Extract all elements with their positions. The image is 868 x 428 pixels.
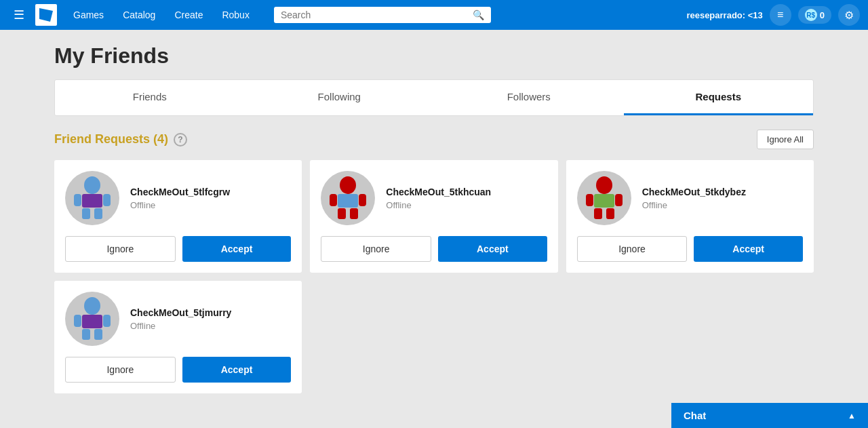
svg-rect-19 [82, 315, 102, 328]
ignore-button[interactable]: Ignore [321, 236, 431, 262]
page-title: My Friends [54, 43, 814, 69]
roblox-logo[interactable] [35, 4, 57, 26]
card-top: CheckMeOut_5tlfcgrw Offline [65, 171, 230, 225]
card-info: CheckMeOut_5tkhcuan Offline [386, 187, 491, 210]
svg-rect-3 [103, 194, 111, 206]
card-username: CheckMeOut_5tjmurry [130, 307, 231, 318]
svg-rect-15 [615, 194, 623, 206]
tab-following[interactable]: Following [245, 80, 435, 115]
svg-rect-10 [338, 208, 346, 219]
search-input[interactable] [281, 9, 473, 20]
svg-point-0 [84, 176, 100, 194]
tab-friends[interactable]: Friends [55, 80, 245, 115]
nav-catalog[interactable]: Catalog [115, 5, 163, 24]
ignore-button[interactable]: Ignore [65, 236, 176, 262]
card-buttons: Ignore Accept [65, 357, 291, 383]
svg-rect-20 [74, 315, 81, 327]
hamburger-icon[interactable]: ☰ [8, 5, 30, 25]
svg-point-6 [340, 176, 356, 194]
nav-links: Games Catalog Create Robux [65, 5, 258, 24]
friends-grid: CheckMeOut_5tlfcgrw Offline Ignore Accep… [54, 160, 814, 393]
navbar: ☰ Games Catalog Create Robux 🔍 reeseparr… [0, 0, 868, 30]
requests-title: Friend Requests (4) ? [54, 132, 187, 147]
card-buttons: Ignore Accept [577, 236, 803, 262]
friend-card: CheckMeOut_5tjmurry Offline Ignore Accep… [54, 281, 302, 393]
svg-rect-17 [606, 208, 614, 219]
robux-display[interactable]: R$ 0 [798, 6, 831, 24]
card-status: Offline [386, 200, 491, 210]
ignore-button[interactable]: Ignore [65, 357, 176, 383]
nav-right: reeseparrado: <13 ≡ R$ 0 ⚙ [686, 4, 860, 26]
username-display[interactable]: reeseparrado: <13 [686, 10, 762, 20]
requests-header: Friend Requests (4) ? Ignore All [54, 130, 814, 149]
friend-card: CheckMeOut_5tkhcuan Offline Ignore Accep… [310, 160, 557, 273]
chevron-up-icon: ▲ [848, 411, 856, 421]
nav-robux[interactable]: Robux [214, 5, 257, 24]
tab-followers[interactable]: Followers [434, 80, 624, 115]
svg-rect-8 [330, 194, 337, 206]
nav-create[interactable]: Create [166, 5, 211, 24]
ignore-button[interactable]: Ignore [577, 236, 688, 262]
accept-button[interactable]: Accept [182, 357, 292, 383]
svg-rect-7 [338, 194, 358, 208]
settings-icon[interactable]: ⚙ [838, 4, 860, 26]
friend-card: CheckMeOut_5tlfcgrw Offline Ignore Accep… [54, 160, 302, 273]
chat-label: Chat [684, 410, 706, 421]
robux-count: 0 [820, 10, 825, 20]
main-content: My Friends Friends Following Followers R… [0, 30, 868, 428]
avatar [321, 171, 375, 225]
svg-rect-5 [94, 208, 102, 219]
avatar [65, 171, 119, 225]
svg-rect-2 [74, 194, 81, 206]
svg-rect-11 [350, 208, 358, 219]
card-info: CheckMeOut_5tlfcgrw Offline [130, 187, 230, 210]
search-icon: 🔍 [473, 9, 484, 20]
tabs-container: Friends Following Followers Requests [54, 79, 814, 116]
card-info: CheckMeOut_5tjmurry Offline [130, 307, 231, 331]
tab-requests[interactable]: Requests [624, 80, 814, 115]
avatar [577, 171, 631, 225]
svg-point-12 [596, 176, 612, 194]
svg-rect-14 [586, 194, 593, 206]
friend-card: CheckMeOut_5tkdybez Offline Ignore Accep… [566, 160, 814, 273]
card-top: CheckMeOut_5tkhcuan Offline [321, 171, 491, 225]
avatar [65, 292, 119, 346]
chat-bar[interactable]: Chat ▲ [671, 403, 868, 428]
nav-games[interactable]: Games [65, 5, 112, 24]
card-username: CheckMeOut_5tlfcgrw [130, 187, 230, 197]
svg-point-18 [84, 297, 100, 315]
svg-rect-9 [359, 194, 366, 206]
card-buttons: Ignore Accept [321, 236, 547, 262]
robux-icon: R$ [805, 9, 817, 21]
card-info: CheckMeOut_5tkdybez Offline [642, 187, 746, 210]
svg-rect-23 [94, 329, 102, 340]
card-status: Offline [130, 200, 230, 210]
card-buttons: Ignore Accept [65, 236, 291, 262]
card-username: CheckMeOut_5tkhcuan [386, 187, 491, 197]
ignore-all-button[interactable]: Ignore All [757, 130, 814, 149]
svg-rect-16 [594, 208, 602, 219]
svg-rect-13 [594, 194, 614, 208]
card-top: CheckMeOut_5tkdybez Offline [577, 171, 746, 225]
notifications-icon[interactable]: ≡ [770, 4, 791, 26]
svg-rect-21 [103, 315, 111, 327]
svg-rect-1 [82, 194, 102, 208]
svg-rect-4 [82, 208, 90, 219]
svg-rect-22 [82, 329, 90, 340]
info-icon[interactable]: ? [174, 133, 187, 147]
accept-button[interactable]: Accept [182, 236, 292, 262]
card-username: CheckMeOut_5tkdybez [642, 187, 746, 197]
card-status: Offline [130, 321, 231, 331]
accept-button[interactable]: Accept [438, 236, 547, 262]
search-bar: 🔍 [274, 7, 491, 23]
card-status: Offline [642, 200, 746, 210]
accept-button[interactable]: Accept [694, 236, 803, 262]
card-top: CheckMeOut_5tjmurry Offline [65, 292, 231, 346]
